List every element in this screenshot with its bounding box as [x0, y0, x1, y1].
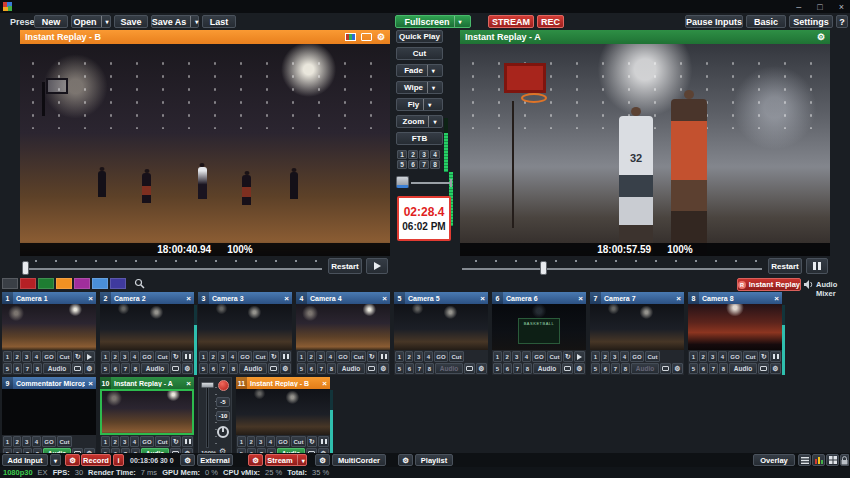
fullscreen-monitor-icon[interactable] [366, 363, 377, 374]
loop-icon[interactable]: ↻ [269, 351, 280, 362]
preset-3-button[interactable]: 3 [120, 436, 129, 447]
monitor-icon[interactable] [361, 33, 372, 41]
multicorder-settings-gear-icon[interactable]: ⚙ [315, 454, 330, 466]
preset-2-button[interactable]: 2 [503, 351, 512, 362]
preset-8-button[interactable]: 8 [621, 363, 630, 374]
preset-6-button[interactable]: 6 [111, 363, 120, 374]
mute-record-icon[interactable] [218, 380, 229, 391]
preset-4-button[interactable]: 4 [424, 351, 433, 362]
gear-icon[interactable]: ⚙ [770, 363, 781, 374]
preset-1-button[interactable]: 1 [237, 436, 246, 447]
caret-down-icon[interactable]: ▾ [101, 16, 109, 27]
preset-8-button[interactable]: 8 [425, 363, 434, 374]
preset-7-button[interactable]: 7 [709, 363, 718, 374]
color-swatch[interactable] [20, 278, 36, 289]
fullscreen-button[interactable]: Fullscreen▾ [395, 15, 471, 28]
go-button[interactable]: GO [728, 351, 742, 362]
stream-button[interactable]: Stream▾ [265, 454, 307, 466]
loop-icon[interactable]: ↻ [367, 351, 378, 362]
play-pause-icon[interactable] [318, 436, 329, 447]
gear-icon[interactable]: ⚙ [377, 32, 385, 42]
input-title-bar[interactable]: 4Camera 4× [296, 292, 390, 304]
go-button[interactable]: GO [532, 351, 546, 362]
fullscreen-monitor-icon[interactable] [72, 363, 83, 374]
color-swatch[interactable] [38, 278, 54, 289]
caret-down-icon[interactable]: ▾ [427, 82, 435, 93]
input-thumbnail[interactable] [198, 304, 292, 350]
go-button[interactable]: GO [238, 351, 252, 362]
gear-icon[interactable]: ⚙ [672, 363, 683, 374]
play-pause-icon[interactable] [378, 351, 389, 362]
cut-button[interactable]: Cut [547, 351, 561, 362]
caret-down-icon[interactable]: ▾ [427, 65, 435, 76]
preset-4-button[interactable]: 4 [266, 436, 275, 447]
maximize-button[interactable]: □ [817, 2, 822, 12]
preset-1-button[interactable]: 1 [101, 436, 110, 447]
audio-button[interactable]: Audio [43, 363, 71, 374]
audio-levels-icon[interactable] [812, 454, 825, 466]
preset-1-button[interactable]: 1 [101, 351, 110, 362]
audio-button[interactable]: Audio [141, 363, 169, 374]
audio-button[interactable]: Audio [533, 363, 561, 374]
preset-6-button[interactable]: 6 [503, 363, 512, 374]
program-seek-bar[interactable] [462, 259, 762, 275]
preset-7-button[interactable]: 7 [23, 363, 32, 374]
record-info-button[interactable]: i [113, 454, 124, 466]
preset-5-button[interactable]: 5 [199, 363, 208, 374]
close-icon[interactable]: × [575, 294, 586, 303]
audio-button[interactable]: Audio [239, 363, 267, 374]
play-pause-icon[interactable] [182, 436, 193, 447]
save-button[interactable]: Save [114, 15, 148, 28]
cut-button[interactable]: Cut [253, 351, 267, 362]
rec-indicator-button[interactable]: REC [537, 15, 564, 28]
input-tile-camera-3[interactable]: 3Camera 3× 1 2 3 4 GO Cut ↻ 5 6 7 8 Audi… [198, 292, 292, 375]
preset-4-button[interactable]: 4 [130, 436, 139, 447]
caret-down-icon[interactable]: ▾ [297, 455, 305, 465]
program-title-bar[interactable]: Instant Replay - A ⚙ [460, 30, 830, 44]
gear-icon[interactable]: ⚙ [280, 363, 291, 374]
fade-button[interactable]: Fade▾ [396, 64, 443, 77]
overlay-button[interactable]: Overlay [753, 454, 795, 466]
audio-button[interactable]: Audio [435, 363, 463, 374]
record-button[interactable]: Record [81, 454, 111, 466]
preview-title-bar[interactable]: Instant Replay - B ⚙ [20, 30, 390, 44]
preset-8-button[interactable]: 8 [33, 363, 42, 374]
caret-down-icon[interactable]: ▾ [428, 116, 436, 127]
input-tile-commentator-mic[interactable]: 9Commentator Microphone× 1 2 3 4 GO Cut … [2, 377, 96, 460]
fader-track[interactable] [206, 382, 209, 448]
save-as-button[interactable]: Save As▾ [151, 15, 199, 28]
ftb-button[interactable]: FTB [396, 132, 443, 145]
stinger-4[interactable]: 4 [430, 150, 440, 159]
play-pause-icon[interactable] [280, 351, 291, 362]
basic-button[interactable]: Basic [746, 15, 786, 28]
preset-3-button[interactable]: 3 [610, 351, 619, 362]
input-title-bar[interactable]: 5Camera 5× [394, 292, 488, 304]
go-button[interactable]: GO [42, 436, 56, 447]
preset-4-button[interactable]: 4 [32, 351, 41, 362]
input-thumbnail[interactable] [590, 304, 684, 350]
gear-icon[interactable]: ⚙ [84, 363, 95, 374]
input-title-bar[interactable]: 1Camera 1× [2, 292, 96, 304]
input-thumbnail[interactable] [2, 304, 96, 350]
wipe-button[interactable]: Wipe▾ [396, 81, 443, 94]
stinger-2[interactable]: 2 [408, 150, 418, 159]
preset-1-button[interactable]: 1 [3, 436, 12, 447]
preset-7-button[interactable]: 7 [317, 363, 326, 374]
input-title-bar[interactable]: 10Instant Replay - A× [100, 377, 194, 389]
add-input-button[interactable]: Add Input [2, 454, 48, 466]
go-button[interactable]: GO [276, 436, 290, 447]
input-thumbnail[interactable] [296, 304, 390, 350]
quick-play-button[interactable]: Quick Play [396, 30, 443, 43]
search-icon[interactable] [134, 278, 145, 289]
cut-button[interactable]: Cut [155, 351, 169, 362]
input-tile-camera-1[interactable]: 1Camera 1× 1 2 3 4 GO Cut ↻ 5 6 7 8 Audi… [2, 292, 96, 375]
preview-play-button[interactable] [366, 258, 388, 274]
preset-4-button[interactable]: 4 [620, 351, 629, 362]
preset-1-button[interactable]: 1 [3, 351, 12, 362]
pan-knob-icon[interactable] [217, 426, 229, 438]
preset-2-button[interactable]: 2 [111, 351, 120, 362]
stream-settings-gear-icon[interactable]: ⚙ [248, 454, 263, 466]
play-pause-icon[interactable] [770, 351, 781, 362]
input-tile-camera-4[interactable]: 4Camera 4× 1 2 3 4 GO Cut ↻ 5 6 7 8 Audi… [296, 292, 390, 375]
play-pause-icon[interactable] [182, 351, 193, 362]
